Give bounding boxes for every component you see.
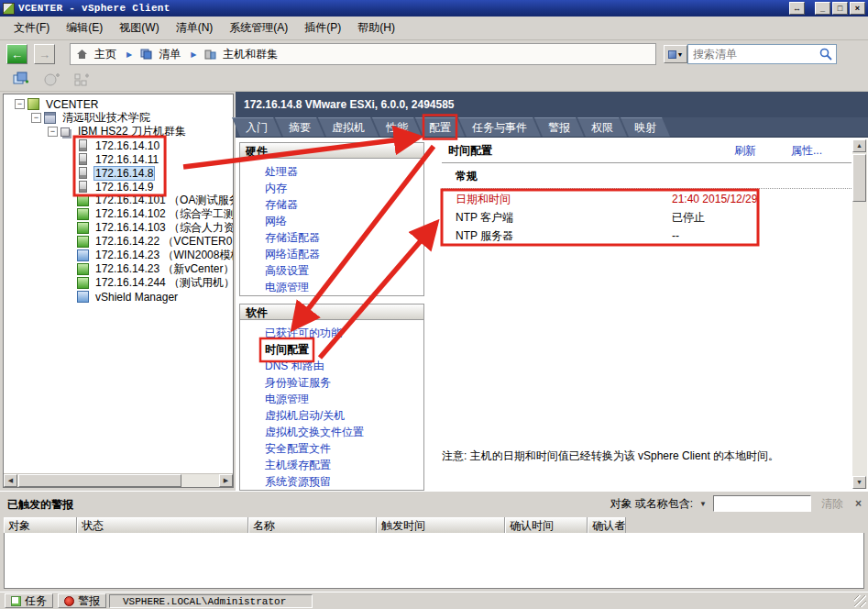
hardware-link[interactable]: 存储器 <box>265 197 423 214</box>
software-link[interactable]: 系统资源预留 <box>265 474 423 491</box>
tasks-button[interactable]: 任务 <box>5 593 53 608</box>
scroll-left-icon[interactable]: ◀ <box>4 474 17 487</box>
menu-item[interactable]: 视图(W) <box>111 17 167 39</box>
column-header[interactable]: 确认时间 <box>505 517 588 533</box>
menu-item[interactable]: 系统管理(A) <box>221 17 296 39</box>
menu-item[interactable]: 文件(F) <box>5 17 58 39</box>
column-header[interactable]: 确认者 <box>588 517 626 533</box>
status-bar: 任务 警报 VSPHERE.LOCAL\Administrator <box>0 592 868 609</box>
scrollbar-thumb[interactable] <box>18 474 181 487</box>
tree-horizontal-scrollbar[interactable]: ◀ ▶ <box>4 473 233 487</box>
window-close-icon[interactable]: × <box>850 2 865 15</box>
window-maximize-icon[interactable]: □ <box>832 2 848 15</box>
setting-label: NTP 服务器 <box>456 228 672 244</box>
tree-item[interactable]: 172.16.14.10 <box>4 138 233 152</box>
software-link[interactable]: 已获许可的功能 <box>265 326 423 342</box>
tree-item[interactable]: −VCENTER <box>4 97 233 111</box>
new-vm-icon[interactable] <box>13 72 30 87</box>
tab[interactable]: 配置 <box>415 117 465 137</box>
tree-item[interactable]: 172.16.14.23 （WIN2008模板） <box>4 249 233 262</box>
scrollbar-thumb[interactable] <box>852 154 866 202</box>
time-setting-row: 日期和时间 21:40 2015/12/29 <box>442 190 758 208</box>
close-panel-icon[interactable]: × <box>855 497 862 510</box>
tree-item[interactable]: 172.16.14.244 （测试用机） <box>4 276 233 290</box>
tree-item[interactable]: 172.16.14.9 <box>4 180 233 194</box>
tab[interactable]: 入门 <box>232 117 281 137</box>
software-link[interactable]: 主机缓存配置 <box>265 458 423 474</box>
time-configuration-panel: 时间配置 刷新 属性... 常规 日期和时间 21:40 2015/12 <box>442 142 852 491</box>
tab[interactable]: 性能 <box>372 117 422 137</box>
software-link[interactable]: 虚拟机启动/关机 <box>265 408 423 425</box>
scroll-up-icon[interactable]: ▲ <box>852 139 866 152</box>
tab[interactable]: 虚拟机 <box>318 117 379 137</box>
breadcrumb-home[interactable]: 主页 <box>93 47 118 62</box>
tree-item[interactable]: 172.16.14.8 <box>4 166 233 180</box>
tab[interactable]: 映射 <box>621 117 670 137</box>
hardware-section: 硬件 处理器 内存 存储器 网络 存储适配器 <box>239 142 424 296</box>
resize-grip-icon[interactable] <box>854 595 866 607</box>
software-link[interactable]: 身份验证服务 <box>265 375 423 392</box>
tree-item[interactable]: −IBM HS22 刀片机群集 <box>4 125 233 138</box>
tree-collapse-icon[interactable]: − <box>15 99 25 109</box>
tab[interactable]: 警报 <box>534 117 584 137</box>
tab[interactable]: 任务与事件 <box>458 117 541 137</box>
general-section-title: 常规 <box>456 169 852 184</box>
tree-item-label: 172.16.14.244 （测试用机） <box>93 275 233 291</box>
hardware-link[interactable]: 电源管理 <box>265 280 423 296</box>
alarms-button[interactable]: 警报 <box>58 593 106 608</box>
vm-on-icon <box>77 208 89 220</box>
search-input[interactable] <box>687 44 837 64</box>
vm-on-icon <box>77 194 89 206</box>
tree-collapse-icon[interactable]: − <box>48 127 58 137</box>
menu-item[interactable]: 插件(P) <box>296 17 349 39</box>
tab[interactable]: 摘要 <box>275 117 324 137</box>
filter-dropdown-icon[interactable]: ▼ <box>698 500 709 508</box>
column-header[interactable]: 名称 <box>248 517 377 533</box>
software-link[interactable]: 时间配置 <box>265 342 423 359</box>
menu-item[interactable]: 清单(N) <box>168 17 222 39</box>
software-link[interactable]: 虚拟机交换文件位置 <box>265 425 423 441</box>
hardware-link[interactable]: 网络适配器 <box>265 247 423 263</box>
software-link[interactable]: 安全配置文件 <box>265 441 423 458</box>
tree-item[interactable]: 172.16.14.103 （综合人力资源） <box>4 221 233 235</box>
scroll-down-icon[interactable]: ▼ <box>852 476 866 489</box>
content-vertical-scrollbar[interactable]: ▲ ▼ <box>852 139 867 489</box>
configuration-content: 硬件 处理器 内存 存储器 网络 存储适配器 <box>236 138 868 491</box>
hardware-link[interactable]: 存储适配器 <box>265 230 423 247</box>
menu-item[interactable]: 帮助(H) <box>349 17 403 39</box>
breadcrumb-section[interactable]: 主机和群集 <box>221 47 280 62</box>
tree-collapse-icon[interactable]: − <box>31 113 41 123</box>
tree-item[interactable]: 172.16.14.102 （综合学工测试） <box>4 207 233 221</box>
tab[interactable]: 权限 <box>577 117 627 137</box>
breadcrumb-inventory[interactable]: 清单 <box>157 47 182 62</box>
tree-item[interactable]: −清远职业技术学院 <box>4 111 233 125</box>
tree-item[interactable]: vShield Manager <box>4 290 233 304</box>
software-link[interactable]: DNS 和路由 <box>265 359 423 375</box>
tree-item[interactable]: 172.16.14.22 （VCENTER01） <box>4 235 233 249</box>
software-link[interactable]: 电源管理 <box>265 392 423 408</box>
window-minimize-icon[interactable]: _ <box>815 2 830 15</box>
back-icon[interactable]: ← <box>6 44 27 64</box>
forward-icon[interactable]: → <box>34 44 55 64</box>
tree-item[interactable]: 172.16.14.101 （OA测试服务器） <box>4 194 233 207</box>
column-header[interactable]: 对象 <box>4 517 77 533</box>
hardware-link[interactable]: 高级设置 <box>265 263 423 280</box>
hardware-link[interactable]: 内存 <box>265 181 423 197</box>
menu-item[interactable]: 编辑(E) <box>58 17 111 39</box>
filter-input[interactable] <box>713 495 811 512</box>
column-header[interactable]: 状态 <box>77 517 248 533</box>
hardware-link[interactable]: 处理器 <box>265 164 423 181</box>
hardware-link[interactable]: 网络 <box>265 214 423 230</box>
window-resize-icon[interactable]: ↔ <box>789 2 805 15</box>
properties-link[interactable]: 属性... <box>791 143 822 159</box>
tree-item[interactable]: 172.16.14.23 （新vCenter） <box>4 262 233 276</box>
vcenter-icon <box>27 98 39 110</box>
scroll-right-icon[interactable]: ▶ <box>219 474 233 487</box>
search-scope-dropdown[interactable]: ▼ <box>664 45 687 63</box>
tab-label: 性能 <box>386 120 408 136</box>
refresh-link[interactable]: 刷新 <box>734 143 756 159</box>
tree-item[interactable]: 172.16.14.11 <box>4 152 233 166</box>
clear-filter-button[interactable]: 清除 <box>821 496 843 512</box>
divider <box>442 162 852 163</box>
column-header[interactable]: 触发时间 <box>377 517 505 533</box>
